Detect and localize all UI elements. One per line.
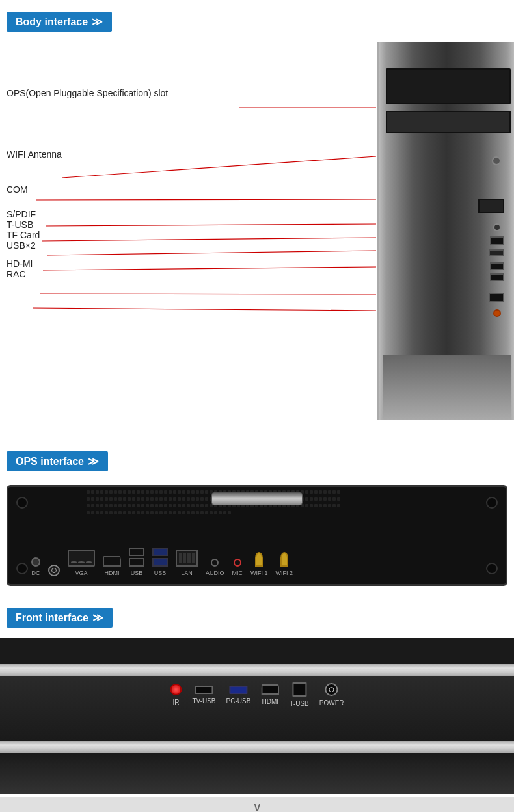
wifi-visual [492, 156, 501, 165]
front-port-hdmi: HDMI [261, 684, 279, 705]
svg-line-8 [33, 308, 376, 311]
label-tfcard-text: TF Card [7, 230, 40, 240]
tvusb-label: TV-USB [192, 697, 215, 705]
tusb-front-visual [292, 682, 306, 697]
label-com-text: COM [7, 184, 28, 195]
ops-interface-title: OPS interface [16, 456, 84, 468]
power-front-label: POWER [319, 699, 344, 707]
label-rac-text: RAC [7, 269, 26, 279]
wifi1-visual [255, 552, 263, 567]
hdmi-front-visual [261, 684, 279, 695]
front-interface-header: Front interface ≫ [7, 608, 113, 628]
bottom-chevron-icon: ∨ [252, 799, 262, 812]
body-interface-title: Body interface [16, 16, 88, 28]
label-ops-slot: OPS(Open Pluggable Specification) slot [7, 88, 168, 98]
mic-label: MIC [232, 570, 243, 576]
label-hdmi-text: HD-MI [7, 259, 33, 269]
pcusb-visual [229, 686, 247, 694]
mount-hole-br [486, 563, 498, 574]
ops-port-wifi1: WIFI 1 [250, 552, 268, 576]
spdif-visual [493, 223, 501, 231]
mount-hole-bl [16, 563, 28, 574]
body-slot2 [386, 111, 511, 133]
hdmi-ops-label: HDMI [105, 570, 120, 576]
label-wifi: WIFI Antenna [7, 149, 168, 160]
dc-label: DC [32, 570, 40, 576]
audio-visual [211, 559, 219, 567]
body-interface-section: Body interface ≫ [0, 0, 514, 36]
front-ports-area: IR TV-USB PC-USB HDMI T-USB POWER [170, 682, 344, 707]
ops-port-power [48, 565, 60, 576]
front-interface-title: Front interface [16, 612, 88, 624]
ir-label: IR [172, 699, 179, 706]
tusb-visual [490, 236, 504, 245]
usb1-label: USB [131, 570, 143, 576]
svg-line-7 [40, 294, 376, 294]
bottom-bezel [0, 753, 514, 794]
front-interface-section: Front interface ≫ [0, 596, 514, 632]
silver-bar-bottom [0, 741, 514, 753]
body-chevron-icon: ≫ [92, 16, 103, 28]
label-tusb: T-USB [7, 219, 168, 230]
label-hdmi: HD-MI [7, 259, 168, 269]
ops-port-mic: MIC [232, 559, 243, 576]
usb1-top [129, 548, 144, 556]
front-port-ir: IR [170, 684, 182, 706]
label-spdif: S/PDIF [7, 209, 168, 219]
ops-port-lan: LAN [176, 550, 198, 576]
ops-interface-header: OPS interface ≫ [7, 451, 108, 471]
ops-port-audio: AUDIO [206, 559, 224, 576]
hdmi-side-visual [489, 293, 504, 302]
lan-visual [176, 550, 198, 567]
lan-label: LAN [181, 570, 193, 576]
label-tfcard: TF Card [7, 230, 168, 240]
ops-interface-section: OPS interface ≫ [0, 440, 514, 475]
tf-visual [489, 249, 504, 256]
hdmi-visual [103, 556, 121, 567]
side-panel [377, 42, 514, 420]
usb2b-visual [490, 273, 504, 281]
front-chevron-icon: ≫ [92, 611, 103, 624]
com-visual [478, 199, 504, 213]
ir-visual [170, 684, 182, 695]
tusb-front-label: T-USB [290, 700, 308, 707]
ops-port-hdmi: HDMI [103, 556, 121, 576]
mic-visual [234, 559, 241, 567]
label-ops-slot-text: OPS(Open Pluggable Specification) slot [7, 88, 168, 98]
ops-ports-row: DC VGA HDMI [31, 535, 293, 576]
top-bezel [0, 638, 514, 664]
label-usb2: USB×2 [7, 240, 168, 251]
usb2a-visual [490, 262, 504, 270]
ops-slot-visual [386, 68, 511, 104]
labels-container: OPS(Open Pluggable Specification) slot W… [7, 88, 168, 279]
rac-visual [493, 309, 501, 317]
vga-label: VGA [75, 570, 87, 576]
bottom-bar: ∨ [0, 797, 514, 812]
label-rac: RAC [7, 269, 168, 279]
usb1-bot [129, 558, 144, 567]
hdmi-front-label: HDMI [262, 698, 279, 705]
power-front-visual [325, 683, 338, 696]
ops-port-usb2: USB [152, 548, 168, 576]
wifi1-label: WIFI 1 [250, 570, 268, 576]
ops-port-dc: DC [31, 557, 40, 576]
silver-bar-top [0, 664, 514, 676]
ops-chevron-icon: ≫ [88, 455, 99, 468]
ops-board-container: (function() { const area = document.curr… [7, 485, 507, 586]
label-usb2-text: USB×2 [7, 240, 36, 251]
vga-visual [68, 550, 95, 567]
label-spdif-text: S/PDIF [7, 209, 36, 219]
panel-bottom [383, 355, 511, 420]
ops-port-vga: VGA [68, 550, 95, 576]
front-port-pcusb: PC-USB [226, 686, 251, 705]
usb2-bot [152, 558, 168, 567]
usb2-ops-label: USB [154, 570, 167, 576]
label-tusb-text: T-USB [7, 219, 33, 230]
power-visual [48, 565, 60, 576]
front-panel-area: IR TV-USB PC-USB HDMI T-USB POWER [0, 638, 514, 794]
audio-label: AUDIO [206, 570, 224, 576]
tvusb-visual [195, 686, 213, 694]
label-wifi-text: WIFI Antenna [7, 149, 62, 160]
wifi2-visual [280, 552, 288, 567]
front-port-power: POWER [319, 683, 344, 707]
